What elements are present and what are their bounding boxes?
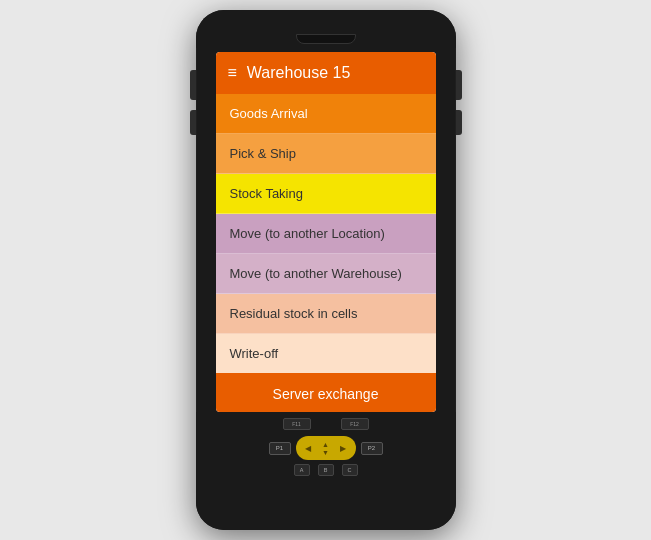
server-exchange-button[interactable]: Server exchange bbox=[216, 373, 436, 412]
menu-item-goods-arrival[interactable]: Goods Arrival bbox=[216, 94, 436, 134]
p-key-p2[interactable]: P2 bbox=[361, 442, 383, 455]
device-screen: ≡ Warehouse 15 Goods Arrival Pick & Ship… bbox=[216, 52, 436, 412]
menu-item-pick-ship[interactable]: Pick & Ship bbox=[216, 134, 436, 174]
side-button-right-top[interactable] bbox=[456, 70, 462, 100]
fn-key-f11[interactable]: F11 bbox=[283, 418, 311, 430]
nav-up-icon[interactable]: ▲ bbox=[322, 441, 329, 448]
nav-row: P1 ◀ ▲ ▼ ▶ P2 bbox=[269, 436, 383, 460]
menu-item-move-warehouse[interactable]: Move (to another Warehouse) bbox=[216, 254, 436, 294]
nav-left-icon[interactable]: ◀ bbox=[305, 444, 311, 453]
app-title: Warehouse 15 bbox=[247, 64, 350, 82]
menu-list: Goods Arrival Pick & Ship Stock Taking M… bbox=[216, 94, 436, 373]
nav-right-icon[interactable]: ▶ bbox=[340, 444, 346, 453]
key-a[interactable]: A bbox=[294, 464, 310, 476]
device-top bbox=[196, 10, 456, 48]
side-button-left-mid[interactable] bbox=[190, 110, 196, 135]
device-keypad: F11 F12 P1 ◀ ▲ ▼ ▶ P2 bbox=[196, 412, 456, 530]
fn-key-f12[interactable]: F12 bbox=[341, 418, 369, 430]
hamburger-icon[interactable]: ≡ bbox=[228, 65, 237, 81]
nav-down-icon[interactable]: ▼ bbox=[322, 449, 329, 456]
fn-keys-row: F11 F12 bbox=[283, 418, 369, 430]
abc-keys-row: A B C bbox=[294, 464, 358, 476]
menu-item-move-location[interactable]: Move (to another Location) bbox=[216, 214, 436, 254]
device-notch bbox=[296, 34, 356, 44]
p-key-p1[interactable]: P1 bbox=[269, 442, 291, 455]
nav-cluster[interactable]: ◀ ▲ ▼ ▶ bbox=[296, 436, 356, 460]
menu-item-writeoff[interactable]: Write-off bbox=[216, 334, 436, 373]
key-b[interactable]: B bbox=[318, 464, 334, 476]
app-header: ≡ Warehouse 15 bbox=[216, 52, 436, 94]
side-button-right-mid[interactable] bbox=[456, 110, 462, 135]
menu-item-residual[interactable]: Residual stock in cells bbox=[216, 294, 436, 334]
handheld-device: ≡ Warehouse 15 Goods Arrival Pick & Ship… bbox=[196, 10, 456, 530]
side-button-left-top[interactable] bbox=[190, 70, 196, 100]
menu-item-stock-taking[interactable]: Stock Taking bbox=[216, 174, 436, 214]
key-c[interactable]: C bbox=[342, 464, 358, 476]
